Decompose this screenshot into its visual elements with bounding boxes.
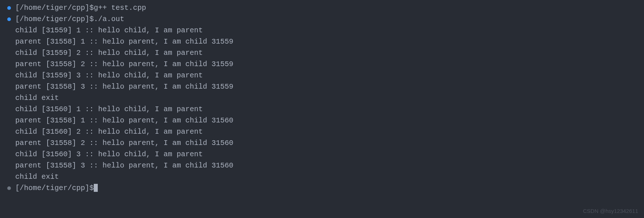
modified-dot-icon — [7, 17, 11, 21]
terminal-line: child exit — [0, 171, 644, 182]
prompt-path: [/home/tiger/cpp] — [15, 182, 89, 194]
terminal-line: child [31560] 3 :: hello child, I am par… — [0, 149, 644, 160]
output-text: parent [31558] 3 :: hello parent, I am c… — [15, 160, 233, 171]
output-text: child [31559] 2 :: hello child, I am par… — [15, 47, 203, 58]
gutter-marker — [7, 17, 15, 21]
terminal-line: parent [31558] 2 :: hello parent, I am c… — [0, 137, 644, 149]
terminal-line: child [31559] 3 :: hello child, I am par… — [0, 70, 644, 81]
command-text: g++ test.cpp — [94, 2, 146, 13]
output-text: parent [31558] 2 :: hello parent, I am c… — [15, 137, 233, 149]
output-text: child [31560] 2 :: hello child, I am par… — [15, 126, 203, 137]
terminal-line: parent [31558] 2 :: hello parent, I am c… — [0, 58, 644, 70]
output-text: parent [31558] 3 :: hello parent, I am c… — [15, 81, 233, 92]
watermark-text: CSDN @hsy12342611 — [583, 207, 638, 215]
terminal-line: parent [31558] 1 :: hello parent, I am c… — [0, 36, 644, 47]
terminal-line: child exit — [0, 92, 644, 104]
terminal-line: child [31560] 1 :: hello child, I am par… — [0, 104, 644, 115]
terminal-line: child [31559] 2 :: hello child, I am par… — [0, 47, 644, 58]
gutter-marker — [7, 186, 15, 190]
output-text: parent [31558] 2 :: hello parent, I am c… — [15, 58, 233, 70]
terminal-line: child [31560] 2 :: hello child, I am par… — [0, 126, 644, 137]
cursor-icon[interactable] — [94, 184, 98, 192]
output-text: child [31559] 3 :: hello child, I am par… — [15, 70, 203, 81]
modified-dot-icon — [7, 6, 11, 10]
prompt-symbol: $ — [89, 2, 94, 13]
prompt-dot-icon — [7, 186, 11, 190]
output-text: child exit — [15, 92, 59, 104]
output-text: child exit — [15, 171, 59, 182]
terminal-line: [/home/tiger/cpp]$./a.out — [0, 13, 644, 25]
terminal-line: parent [31558] 3 :: hello parent, I am c… — [0, 81, 644, 92]
prompt-path: [/home/tiger/cpp] — [15, 2, 89, 13]
terminal-line: [/home/tiger/cpp]$g++ test.cpp — [0, 2, 644, 13]
terminal-output[interactable]: [/home/tiger/cpp]$g++ test.cpp[/home/tig… — [0, 2, 644, 194]
prompt-path: [/home/tiger/cpp] — [15, 13, 89, 25]
terminal-line: child [31559] 1 :: hello child, I am par… — [0, 25, 644, 36]
output-text: child [31560] 1 :: hello child, I am par… — [15, 104, 203, 115]
terminal-line: parent [31558] 1 :: hello parent, I am c… — [0, 115, 644, 126]
output-text: parent [31558] 1 :: hello parent, I am c… — [15, 115, 233, 126]
prompt-symbol: $ — [89, 182, 94, 194]
output-text: parent [31558] 1 :: hello parent, I am c… — [15, 36, 233, 47]
output-text: child [31560] 3 :: hello child, I am par… — [15, 149, 203, 160]
terminal-line: parent [31558] 3 :: hello parent, I am c… — [0, 160, 644, 171]
command-text: ./a.out — [94, 13, 124, 25]
gutter-marker — [7, 6, 15, 10]
prompt-symbol: $ — [89, 13, 94, 25]
terminal-line: [/home/tiger/cpp]$ — [0, 182, 644, 194]
output-text: child [31559] 1 :: hello child, I am par… — [15, 25, 203, 36]
